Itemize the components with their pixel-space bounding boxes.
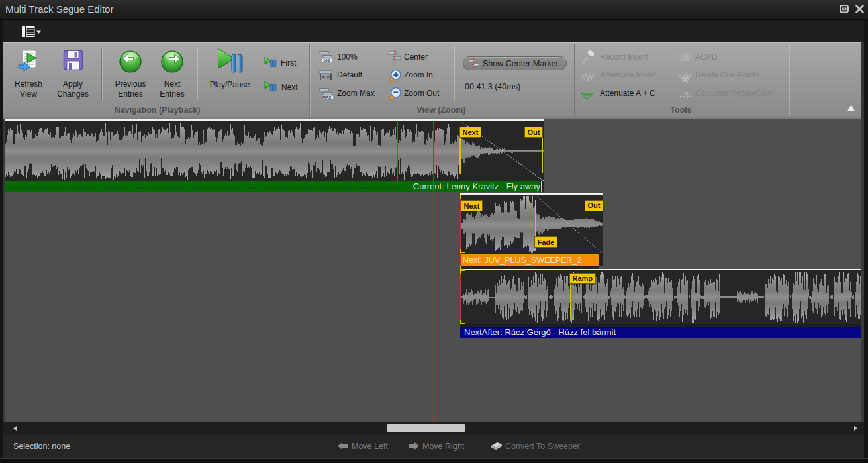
svg-text:MAX: MAX (322, 95, 331, 99)
svg-text:100: 100 (323, 58, 330, 62)
